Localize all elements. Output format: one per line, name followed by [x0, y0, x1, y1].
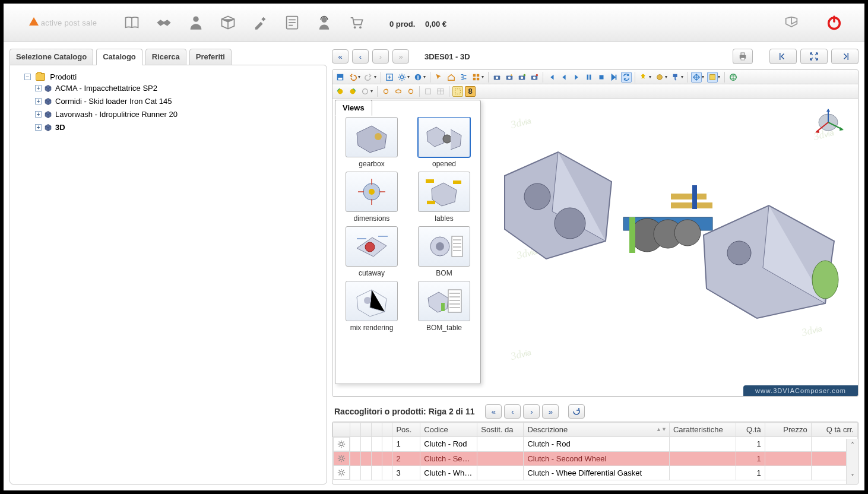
tree-item-label[interactable]: Lavorwash - Idropulitrice Runner 20	[55, 110, 178, 119]
spin-right-icon[interactable]	[347, 86, 358, 97]
tree-icon[interactable]	[458, 72, 469, 83]
collapse-left-button[interactable]	[769, 49, 797, 64]
col-codice[interactable]: Codice	[420, 423, 477, 437]
tree-toggle[interactable]: +	[35, 111, 42, 118]
package-icon[interactable]	[218, 13, 237, 32]
inbox-icon[interactable]	[782, 13, 801, 32]
table-row[interactable]: 3 Clutch - Whee Differential Gasket Clut…	[333, 466, 858, 480]
views-tab[interactable]: Views	[335, 100, 372, 116]
col-sostit[interactable]: Sostit. da	[477, 423, 524, 437]
tree-item-label[interactable]: Cormidi - Skid loader Iron Cat 145	[55, 97, 172, 106]
list-refresh-button[interactable]	[568, 404, 585, 419]
rotate-up-icon[interactable]	[393, 86, 404, 97]
pause-icon[interactable]	[584, 72, 594, 83]
view-thumb-gearbox[interactable]	[346, 117, 398, 157]
select-icon[interactable]	[433, 72, 444, 83]
tree-toggle[interactable]: +	[35, 85, 42, 91]
prev-icon[interactable]	[559, 72, 569, 83]
scroll-down-icon[interactable]: ˅	[851, 473, 854, 482]
info-icon[interactable]: i	[413, 72, 423, 83]
table-row[interactable]: 2 Clutch - Second Wheel Clutch - Second …	[333, 451, 858, 466]
collapse-right-button[interactable]	[831, 49, 859, 64]
headset-icon[interactable]	[315, 13, 334, 32]
expand-button[interactable]	[800, 49, 828, 64]
save-icon[interactable]	[335, 72, 346, 83]
view-thumb-opened[interactable]	[418, 117, 470, 157]
scroll-up-icon[interactable]: ˄	[851, 441, 854, 449]
tree-toggle-root[interactable]: −	[24, 74, 31, 80]
paint-icon[interactable]	[670, 72, 681, 83]
view-thumb-cutaway[interactable]	[346, 226, 398, 267]
table-icon[interactable]	[435, 86, 446, 97]
nav-last-button[interactable]: »	[392, 49, 409, 64]
move-icon[interactable]	[691, 72, 702, 83]
loop-icon[interactable]	[621, 72, 632, 83]
tab-ricerca[interactable]: Ricerca	[145, 49, 186, 65]
spin-left-icon[interactable]	[335, 86, 346, 97]
tab-catalogo[interactable]: Catalogo	[96, 49, 142, 65]
camera3-icon[interactable]	[517, 72, 527, 83]
person-icon[interactable]	[186, 13, 205, 32]
camera4-icon[interactable]	[529, 72, 540, 83]
globe-icon[interactable]	[728, 72, 739, 83]
view-thumb-bom-table[interactable]	[418, 281, 470, 321]
tools-icon[interactable]	[251, 13, 270, 32]
first-icon[interactable]	[546, 72, 557, 83]
view-thumb-dimensions[interactable]	[346, 172, 398, 212]
list-last-button[interactable]: »	[542, 404, 559, 419]
print-button[interactable]	[733, 49, 753, 64]
tree-item-label[interactable]: ACMA - Impacchettatrice SP2	[55, 84, 157, 93]
camera2-icon[interactable]	[504, 72, 515, 83]
sphere-icon[interactable]	[654, 72, 665, 83]
camera-icon[interactable]	[492, 72, 502, 83]
highlight-icon[interactable]	[452, 86, 463, 97]
handshake-icon[interactable]	[154, 13, 173, 32]
tree-toggle[interactable]: +	[35, 98, 42, 104]
col-pos[interactable]: Pos.	[392, 423, 420, 437]
last-icon[interactable]	[609, 72, 619, 83]
rotate-cw-icon[interactable]	[381, 86, 391, 97]
nav-prev-button[interactable]: ‹	[352, 49, 369, 64]
count-badge[interactable]: 8	[465, 86, 476, 97]
tab-preferiti[interactable]: Preferiti	[189, 49, 232, 65]
perspective-icon[interactable]	[423, 86, 433, 97]
nav-first-button[interactable]: «	[332, 49, 349, 64]
rotate-ccw-icon[interactable]	[406, 86, 416, 97]
col-descrizione[interactable]: Descrizione▲▼	[524, 423, 670, 437]
play-icon[interactable]	[571, 72, 582, 83]
tab-selezione-catalogo[interactable]: Selezione Catalogo	[9, 49, 93, 65]
tree-item-label[interactable]: 3D	[55, 123, 65, 132]
book-icon[interactable]	[122, 13, 141, 32]
col-caratteristiche[interactable]: Caratteristiche	[669, 423, 736, 437]
redo-icon[interactable]	[363, 72, 374, 83]
home-icon[interactable]	[446, 72, 457, 83]
stop-icon[interactable]	[596, 72, 607, 83]
table-row[interactable]: 1 Clutch - Rod Clutch - Rod 1	[333, 437, 858, 452]
row-gear-icon[interactable]	[333, 466, 350, 480]
power-icon[interactable]	[825, 13, 844, 32]
row-gear-icon[interactable]	[333, 451, 350, 466]
note-icon[interactable]	[707, 72, 718, 83]
view-thumb-bom[interactable]	[418, 226, 470, 267]
col-qtacrr[interactable]: Q tà crr.	[811, 423, 857, 437]
list-next-button[interactable]: ›	[523, 404, 540, 419]
fit-icon[interactable]	[384, 72, 395, 83]
tree-toggle[interactable]: +	[35, 124, 42, 131]
document-icon[interactable]	[283, 13, 302, 32]
pin-icon[interactable]	[638, 72, 649, 83]
tree-root-label[interactable]: Prodotti	[50, 72, 77, 81]
row-gear-icon[interactable]	[333, 437, 350, 451]
view-thumb-mix-rendering[interactable]	[346, 281, 398, 321]
grid-icon[interactable]	[471, 72, 481, 83]
nav-next-button[interactable]: ›	[372, 49, 389, 64]
col-qta[interactable]: Q.tà	[736, 423, 765, 437]
list-prev-button[interactable]: ‹	[504, 404, 521, 419]
col-prezzo[interactable]: Prezzo	[765, 423, 811, 437]
cart-icon[interactable]	[347, 13, 366, 32]
view-thumb-lables[interactable]	[418, 172, 470, 212]
spin-manual-icon[interactable]	[360, 86, 370, 97]
settings-icon[interactable]	[397, 72, 407, 83]
list-first-button[interactable]: «	[485, 404, 502, 419]
table-scrollbar[interactable]: ˄ ˅	[846, 439, 858, 484]
undo-icon[interactable]	[347, 72, 358, 83]
